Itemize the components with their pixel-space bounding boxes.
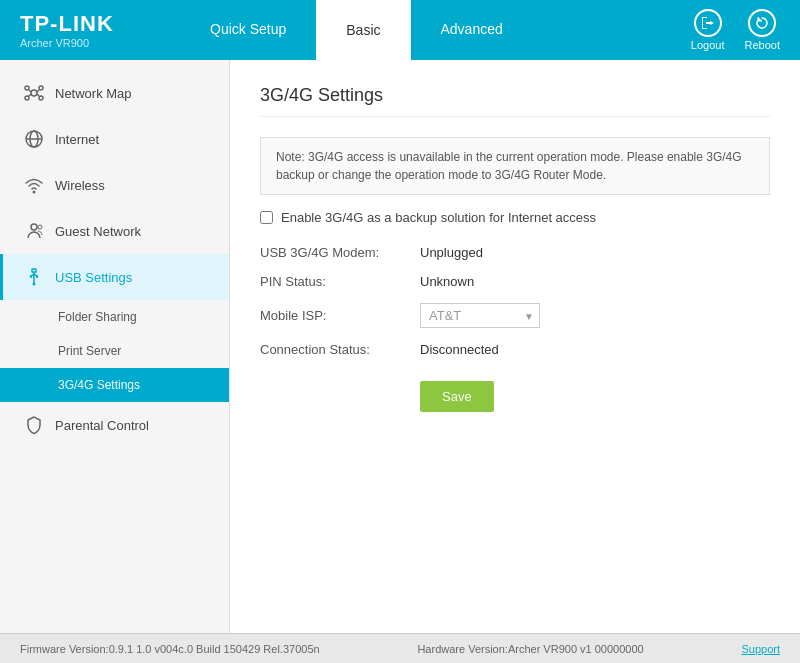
wireless-icon [23,174,45,196]
sidebar-subitem-3g4g[interactable]: 3G/4G Settings [0,368,229,402]
svg-point-1 [25,86,29,90]
sidebar-sublabel-3g4g: 3G/4G Settings [58,378,140,392]
enable-3g4g-checkbox[interactable] [260,211,273,224]
logout-icon [694,9,722,37]
svg-point-3 [25,96,29,100]
pin-status-row: PIN Status: Unknown [260,274,770,289]
svg-point-13 [31,224,37,230]
sidebar-subitem-folder-sharing[interactable]: Folder Sharing [0,300,229,334]
note-text: Note: 3G/4G access is unavailable in the… [276,150,742,182]
tab-basic[interactable]: Basic [316,0,410,60]
svg-line-8 [37,94,39,96]
svg-line-6 [37,90,39,92]
pin-status-value: Unknown [420,274,474,289]
sidebar-item-network-map[interactable]: Network Map [0,70,229,116]
usb-subitems: Folder Sharing Print Server 3G/4G Settin… [0,300,229,402]
page-title: 3G/4G Settings [260,85,770,117]
tab-quick-setup[interactable]: Quick Setup [180,0,316,60]
svg-line-7 [29,94,31,96]
parental-control-icon [23,414,45,436]
svg-point-12 [33,191,36,194]
hardware-version: Hardware Version:Archer VR900 v1 0000000… [417,643,643,655]
logo-area: TP-LINK Archer VR900 [20,11,180,49]
sidebar-label-guest-network: Guest Network [55,224,141,239]
header: TP-LINK Archer VR900 Quick Setup Basic A… [0,0,800,60]
save-button[interactable]: Save [420,381,494,412]
svg-point-19 [33,283,36,286]
svg-point-0 [31,90,37,96]
svg-line-5 [29,90,31,92]
usb-modem-value: Unplugged [420,245,483,260]
footer: Firmware Version:0.9.1 1.0 v004c.0 Build… [0,633,800,663]
connection-status-row: Connection Status: Disconnected [260,342,770,357]
logout-button[interactable]: Logout [691,9,725,51]
sidebar-item-usb-settings[interactable]: USB Settings [0,254,229,300]
nav-tabs: Quick Setup Basic Advanced [180,0,691,60]
brand-name: TP-LINK [20,11,180,37]
mobile-isp-select-wrap: AT&T ▼ [420,303,540,328]
reboot-icon [748,9,776,37]
support-link[interactable]: Support [741,643,780,655]
sidebar-sublabel-folder-sharing: Folder Sharing [58,310,137,324]
usb-icon [23,266,45,288]
main-layout: Network Map Internet Wire [0,60,800,633]
svg-point-2 [39,86,43,90]
internet-icon [23,128,45,150]
sidebar-label-parental-control: Parental Control [55,418,149,433]
tab-advanced[interactable]: Advanced [411,0,533,60]
connection-status-value: Disconnected [420,342,499,357]
sidebar-label-network-map: Network Map [55,86,132,101]
logout-label: Logout [691,39,725,51]
sidebar-subitem-print-server[interactable]: Print Server [0,334,229,368]
svg-rect-15 [32,269,36,272]
brand-model: Archer VR900 [20,37,180,49]
sidebar: Network Map Internet Wire [0,60,230,633]
enable-checkbox-row: Enable 3G/4G as a backup solution for In… [260,210,770,225]
usb-modem-row: USB 3G/4G Modem: Unplugged [260,245,770,260]
sidebar-sublabel-print-server: Print Server [58,344,121,358]
firmware-version: Firmware Version:0.9.1 1.0 v004c.0 Build… [20,643,320,655]
header-actions: Logout Reboot [691,9,780,51]
sidebar-item-wireless[interactable]: Wireless [0,162,229,208]
svg-point-4 [39,96,43,100]
svg-point-14 [38,225,42,229]
mobile-isp-label: Mobile ISP: [260,308,420,323]
sidebar-item-guest-network[interactable]: Guest Network [0,208,229,254]
enable-3g4g-label[interactable]: Enable 3G/4G as a backup solution for In… [281,210,596,225]
note-box: Note: 3G/4G access is unavailable in the… [260,137,770,195]
reboot-button[interactable]: Reboot [745,9,780,51]
sidebar-label-internet: Internet [55,132,99,147]
guest-network-icon [23,220,45,242]
connection-status-label: Connection Status: [260,342,420,357]
pin-status-label: PIN Status: [260,274,420,289]
usb-modem-label: USB 3G/4G Modem: [260,245,420,260]
network-map-icon [23,82,45,104]
sidebar-item-parental-control[interactable]: Parental Control [0,402,229,448]
reboot-label: Reboot [745,39,780,51]
sidebar-label-usb-settings: USB Settings [55,270,132,285]
content-area: 3G/4G Settings Note: 3G/4G access is una… [230,60,800,633]
sidebar-item-internet[interactable]: Internet [0,116,229,162]
mobile-isp-row: Mobile ISP: AT&T ▼ [260,303,770,328]
sidebar-label-wireless: Wireless [55,178,105,193]
mobile-isp-select[interactable]: AT&T [420,303,540,328]
